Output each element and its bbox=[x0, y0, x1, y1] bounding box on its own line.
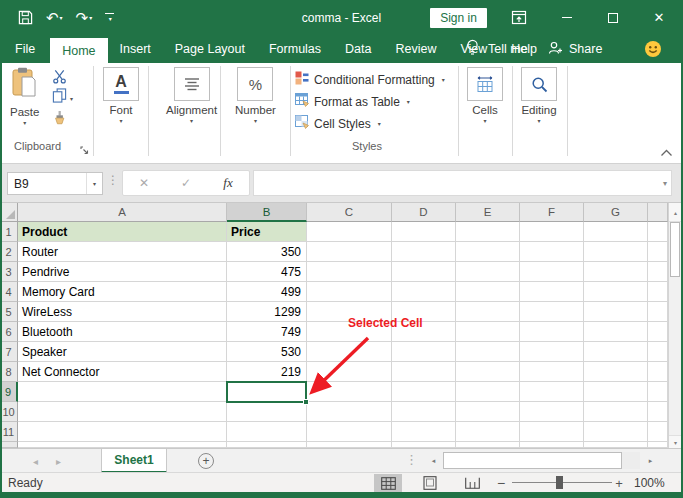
font-group-button[interactable]: A Font ▾ bbox=[103, 67, 139, 124]
cell-F10[interactable] bbox=[520, 402, 584, 422]
cell-B1[interactable]: Price bbox=[227, 222, 307, 242]
share-button[interactable]: Share bbox=[548, 35, 602, 63]
cancel-icon[interactable]: ✕ bbox=[123, 176, 165, 190]
normal-view-button[interactable] bbox=[374, 474, 402, 492]
tab-page-layout[interactable]: Page Layout bbox=[163, 35, 257, 63]
tab-file[interactable]: File bbox=[0, 35, 50, 63]
formula-bar-splitter[interactable]: ⋮ bbox=[107, 173, 119, 187]
tab-review[interactable]: Review bbox=[383, 35, 448, 63]
minimize-button[interactable] bbox=[552, 0, 582, 35]
tell-me-button[interactable]: Tell me bbox=[466, 35, 528, 63]
vertical-scrollbar[interactable]: ▴ ▾ bbox=[668, 203, 681, 448]
column-header-C[interactable]: C bbox=[307, 203, 392, 222]
cell-E7[interactable] bbox=[456, 342, 520, 362]
cell-C3[interactable] bbox=[307, 262, 392, 282]
cell-A4[interactable]: Memory Card bbox=[18, 282, 227, 302]
conditional-formatting-button[interactable]: Conditional Formatting ▾ bbox=[295, 71, 445, 88]
tab-home[interactable]: Home bbox=[50, 38, 107, 63]
cell-overflow[interactable] bbox=[648, 382, 668, 402]
row-header-9[interactable]: 9 bbox=[0, 382, 18, 402]
row-header-10[interactable]: 10 bbox=[0, 402, 18, 422]
cell-A11[interactable] bbox=[18, 422, 227, 442]
column-header-G[interactable]: G bbox=[584, 203, 648, 222]
cell-F8[interactable] bbox=[520, 362, 584, 382]
cell-A8[interactable]: Net Connector bbox=[18, 362, 227, 382]
cell-F11[interactable] bbox=[520, 422, 584, 442]
cell-G9[interactable] bbox=[584, 382, 648, 402]
row-header-8[interactable]: 8 bbox=[0, 362, 18, 382]
cell-F9[interactable] bbox=[520, 382, 584, 402]
column-header-A[interactable]: A bbox=[18, 203, 227, 222]
cell-overflow[interactable] bbox=[648, 422, 668, 442]
cell-E6[interactable] bbox=[456, 322, 520, 342]
tab-insert[interactable]: Insert bbox=[108, 35, 163, 63]
alignment-group-button[interactable]: Alignment ▾ bbox=[166, 67, 217, 124]
cell-A5[interactable]: WireLess bbox=[18, 302, 227, 322]
cell-D3[interactable] bbox=[392, 262, 456, 282]
row-header-2[interactable]: 2 bbox=[0, 242, 18, 262]
horizontal-scroll-thumb[interactable] bbox=[443, 452, 622, 469]
cell-overflow[interactable] bbox=[648, 302, 668, 322]
cell-overflow[interactable] bbox=[648, 322, 668, 342]
formula-input[interactable]: ▾ bbox=[253, 170, 672, 196]
cell-B2[interactable]: 350 bbox=[227, 242, 307, 262]
cell-D4[interactable] bbox=[392, 282, 456, 302]
cell-overflow[interactable] bbox=[648, 342, 668, 362]
cell-B4[interactable]: 499 bbox=[227, 282, 307, 302]
cell-D11[interactable] bbox=[392, 422, 456, 442]
cell-E10[interactable] bbox=[456, 402, 520, 422]
paste-button[interactable]: Paste ▾ bbox=[10, 67, 39, 126]
cell-overflow[interactable] bbox=[648, 262, 668, 282]
cell-F4[interactable] bbox=[520, 282, 584, 302]
clipboard-dialog-launcher[interactable] bbox=[80, 141, 89, 159]
cell-G2[interactable] bbox=[584, 242, 648, 262]
cell-G3[interactable] bbox=[584, 262, 648, 282]
tab-formulas[interactable]: Formulas bbox=[257, 35, 333, 63]
collapse-ribbon-button[interactable] bbox=[660, 143, 673, 161]
cell-B11[interactable] bbox=[227, 422, 307, 442]
feedback-smiley-icon[interactable] bbox=[644, 40, 662, 61]
cell-overflow[interactable] bbox=[648, 362, 668, 382]
column-header-B[interactable]: B bbox=[227, 203, 307, 222]
horizontal-scrollbar[interactable] bbox=[443, 452, 640, 469]
ribbon-display-options-button[interactable] bbox=[504, 0, 534, 35]
cell-E9[interactable] bbox=[456, 382, 520, 402]
cell-C1[interactable] bbox=[307, 222, 392, 242]
column-header-overflow[interactable] bbox=[648, 203, 668, 222]
insert-function-icon[interactable]: fx bbox=[207, 175, 249, 191]
page-layout-view-button[interactable] bbox=[416, 474, 444, 492]
cell-C4[interactable] bbox=[307, 282, 392, 302]
zoom-slider-handle[interactable] bbox=[556, 476, 563, 489]
cell-E4[interactable] bbox=[456, 282, 520, 302]
cell-F2[interactable] bbox=[520, 242, 584, 262]
row-header-6[interactable]: 6 bbox=[0, 322, 18, 342]
cell-overflow[interactable] bbox=[648, 402, 668, 422]
editing-group-button[interactable]: Editing ▾ bbox=[521, 67, 557, 124]
column-header-D[interactable]: D bbox=[392, 203, 456, 222]
zoom-in-button[interactable]: + bbox=[612, 473, 626, 493]
cell-A6[interactable]: Bluetooth bbox=[18, 322, 227, 342]
cell-overflow[interactable] bbox=[648, 242, 668, 262]
sign-in-button[interactable]: Sign in bbox=[430, 8, 487, 28]
select-all-corner[interactable] bbox=[0, 203, 18, 222]
page-break-preview-button[interactable] bbox=[458, 474, 486, 492]
cell-G1[interactable] bbox=[584, 222, 648, 242]
column-header-E[interactable]: E bbox=[456, 203, 520, 222]
cell-E11[interactable] bbox=[456, 422, 520, 442]
cell-G7[interactable] bbox=[584, 342, 648, 362]
cell-A9[interactable] bbox=[18, 382, 227, 402]
maximize-button[interactable] bbox=[598, 0, 628, 35]
cell-G11[interactable] bbox=[584, 422, 648, 442]
cell-G5[interactable] bbox=[584, 302, 648, 322]
cell-G8[interactable] bbox=[584, 362, 648, 382]
expand-formula-bar-icon[interactable]: ▾ bbox=[663, 179, 667, 188]
cell-F5[interactable] bbox=[520, 302, 584, 322]
cell-styles-button[interactable]: Cell Styles ▾ bbox=[295, 115, 381, 132]
row-header-5[interactable]: 5 bbox=[0, 302, 18, 322]
name-box-dropdown-arrow[interactable]: ▾ bbox=[86, 173, 102, 194]
cell-A2[interactable]: Router bbox=[18, 242, 227, 262]
cell-overflow[interactable] bbox=[648, 222, 668, 242]
cell-A7[interactable]: Speaker bbox=[18, 342, 227, 362]
next-sheet-icon[interactable]: ▸ bbox=[56, 449, 61, 473]
new-sheet-button[interactable]: + bbox=[198, 453, 214, 469]
